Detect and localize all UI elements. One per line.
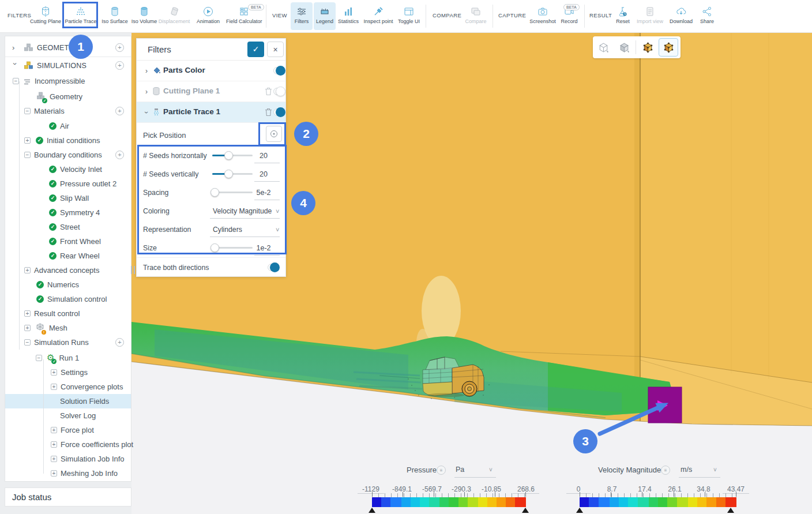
- filter-row-cutting-plane[interactable]: › Cutting Plane 1: [137, 81, 285, 102]
- toolbar-button-share[interactable]: Share: [696, 2, 719, 30]
- pressure-legend-title[interactable]: Pressure: [407, 466, 437, 474]
- expand-icon[interactable]: +: [24, 137, 31, 144]
- collapse-icon[interactable]: −: [13, 78, 19, 84]
- tick-label[interactable]: 268.6: [517, 485, 535, 493]
- sidebar-resize-handle[interactable]: [131, 266, 135, 274]
- toolbar-button-import-view[interactable]: Import view: [634, 2, 666, 30]
- range-max-marker[interactable]: [727, 508, 734, 513]
- expand-icon[interactable]: +: [51, 456, 57, 462]
- toolbar-button-toggle-ui[interactable]: Toggle UI: [396, 2, 422, 30]
- tree-item-geometries[interactable]: › GEOMETRIES +: [5, 40, 131, 55]
- toolbar-button-screenshot[interactable]: Screenshot: [526, 2, 559, 30]
- view-colored-cube-button[interactable]: [638, 38, 657, 57]
- tree-item-simulation-control[interactable]: ✓ Simulation control: [5, 292, 131, 306]
- velocity-legend-title[interactable]: Velocity Magnitude: [598, 466, 661, 474]
- toolbar-button-inspect-point[interactable]: Inspect point: [362, 2, 394, 30]
- cutting-plane-toggle[interactable]: [273, 88, 285, 95]
- collapse-icon[interactable]: −: [24, 108, 31, 114]
- view-wireframe-cube-button[interactable]: [593, 38, 613, 57]
- add-geometry-button[interactable]: +: [115, 43, 124, 52]
- tree-item-advanced-concepts[interactable]: + Advanced concepts: [5, 263, 131, 277]
- view-colored-cube-selected-button[interactable]: [659, 38, 678, 57]
- collapse-icon[interactable]: −: [24, 152, 31, 158]
- expand-icon[interactable]: +: [51, 470, 57, 477]
- tree-item-force-plot[interactable]: + Force plot: [5, 423, 131, 437]
- toolbar-button-iso-surface[interactable]: Iso Surface: [98, 2, 131, 30]
- tree-item-force-coefficients-plot[interactable]: + Force coefficients plot: [5, 437, 131, 452]
- chevron-down-icon[interactable]: ›: [142, 111, 151, 114]
- chevron-right-icon[interactable]: ›: [12, 43, 18, 52]
- tree-item-run-1[interactable]: − ⚙✓ Run 1: [5, 351, 131, 365]
- tree-item-slip-wall[interactable]: ✓ Slip Wall: [5, 191, 131, 205]
- tree-item-simulation-job-info[interactable]: + Simulation Job Info: [5, 452, 131, 466]
- expand-icon[interactable]: +: [24, 267, 31, 273]
- delete-icon[interactable]: [265, 87, 272, 96]
- filter-row-parts-color[interactable]: › Parts Color: [137, 61, 285, 81]
- toolbar-button-filters[interactable]: Filters: [291, 2, 313, 30]
- expand-icon[interactable]: +: [51, 427, 57, 433]
- tree-item-settings[interactable]: + Settings: [5, 365, 131, 380]
- toolbar-button-displacement[interactable]: Displacement: [157, 2, 191, 30]
- particle-trace-toggle[interactable]: [273, 108, 285, 116]
- expand-icon[interactable]: +: [24, 310, 31, 317]
- tree-item-pressure-outlet[interactable]: ✓ Pressure outlet 2: [5, 177, 131, 191]
- tree-item-street[interactable]: ✓ Street: [5, 220, 131, 234]
- collapse-icon[interactable]: −: [36, 355, 42, 361]
- range-min-marker[interactable]: [576, 508, 583, 513]
- parts-color-toggle[interactable]: [273, 67, 285, 74]
- tree-item-geometry[interactable]: ✓ Geometry: [5, 89, 131, 104]
- tree-item-front-wheel[interactable]: ✓ Front Wheel: [5, 234, 131, 249]
- add-simulation-button[interactable]: +: [115, 61, 124, 70]
- tree-item-numerics[interactable]: ✓ Numerics: [5, 277, 131, 292]
- expand-icon[interactable]: +: [51, 384, 57, 390]
- tree-item-meshing-job-info[interactable]: + Meshing Job Info: [5, 466, 131, 481]
- tree-item-air[interactable]: ✓ Air: [5, 119, 131, 133]
- add-boundary-condition-button[interactable]: +: [115, 151, 124, 159]
- toolbar-button-reset[interactable]: Reset: [611, 2, 634, 30]
- tree-item-rear-wheel[interactable]: ✓ Rear Wheel: [5, 249, 131, 263]
- tree-item-velocity-inlet[interactable]: ✓ Velocity Inlet: [5, 162, 131, 177]
- toolbar-button-compare[interactable]: Compare: [459, 2, 493, 30]
- expand-icon[interactable]: +: [24, 325, 31, 331]
- velocity-unit-select[interactable]: m/s: [681, 466, 692, 474]
- velocity-colorbar[interactable]: [580, 497, 736, 507]
- apply-button[interactable]: ✓: [247, 42, 264, 57]
- range-min-marker[interactable]: [369, 508, 375, 513]
- tree-item-result-control[interactable]: + Result control: [5, 306, 131, 321]
- add-material-button[interactable]: +: [115, 107, 124, 115]
- pressure-unit-select[interactable]: Pa: [456, 466, 464, 474]
- tree-item-mesh[interactable]: + ! Mesh: [5, 321, 131, 335]
- chevron-down-icon[interactable]: ›: [11, 63, 20, 69]
- tree-item-incompressible[interactable]: − Incompressible: [5, 74, 131, 88]
- toolbar-button-record[interactable]: BETA Record: [555, 2, 583, 30]
- chevron-right-icon[interactable]: ›: [145, 88, 148, 96]
- add-run-button[interactable]: +: [115, 338, 124, 347]
- tree-item-boundary-conditions[interactable]: − Boundary conditions +: [5, 148, 131, 162]
- tree-item-initial-conditions[interactable]: + ✓ Initial conditions: [5, 133, 131, 148]
- expand-icon[interactable]: +: [51, 369, 57, 376]
- toolbar-button-cutting-plane[interactable]: Cutting Plane: [29, 2, 62, 30]
- toolbar-button-animation[interactable]: Animation: [191, 2, 225, 30]
- collapse-icon[interactable]: −: [24, 339, 31, 346]
- toolbar-button-statistics[interactable]: Statistics: [336, 2, 360, 30]
- delete-icon[interactable]: [265, 108, 272, 117]
- toolbar-button-legend[interactable]: Legend: [314, 2, 336, 30]
- toolbar-button-field-calculator[interactable]: BETA Field Calculator: [226, 2, 262, 30]
- toolbar-button-iso-volume[interactable]: Iso Volume: [127, 2, 161, 30]
- tree-item-simulation-runs[interactable]: − Simulation Runs +: [5, 335, 131, 350]
- tree-item-simulations[interactable]: › SIMULATIONS +: [5, 58, 131, 73]
- job-status-panel[interactable]: Job status: [5, 487, 131, 507]
- tick-label[interactable]: -1129: [362, 485, 379, 493]
- tree-item-solver-log[interactable]: Solver Log: [5, 408, 131, 423]
- tree-item-convergence-plots[interactable]: + Convergence plots: [5, 380, 131, 394]
- legend-menu-icon[interactable]: ≡: [437, 466, 446, 475]
- view-solid-cube-button[interactable]: [614, 38, 634, 57]
- tree-item-materials[interactable]: − Materials +: [5, 104, 131, 118]
- trace-both-directions-toggle[interactable]: [268, 264, 279, 271]
- legend-menu-icon[interactable]: ≡: [661, 466, 670, 475]
- close-button[interactable]: ×: [267, 42, 284, 57]
- chevron-right-icon[interactable]: ›: [145, 67, 148, 75]
- pressure-colorbar[interactable]: [372, 497, 526, 507]
- toolbar-button-download[interactable]: Download: [666, 2, 696, 30]
- filter-row-particle-trace[interactable]: › Particle Trace 1: [137, 102, 285, 123]
